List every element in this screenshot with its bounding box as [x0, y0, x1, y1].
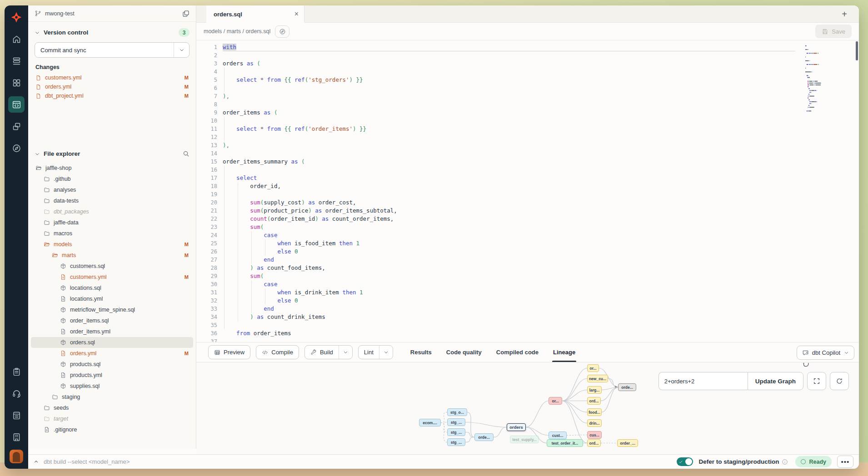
more-options-button[interactable]: •••: [837, 456, 853, 468]
change-item-customers.yml[interactable]: customers.yml M: [28, 73, 196, 82]
editor-scrollbar[interactable]: [856, 41, 858, 60]
view-lineage-button[interactable]: [275, 25, 289, 38]
tree-item-customers.yml[interactable]: customers.yml M: [31, 272, 193, 283]
explore-icon[interactable]: [8, 140, 25, 156]
lint-button[interactable]: Lint: [358, 345, 393, 359]
lineage-node-orders[interactable]: orders: [507, 423, 526, 431]
dbt-logo[interactable]: [8, 9, 25, 25]
lineage-node-yord[interactable]: ord...: [587, 397, 601, 405]
lineage-node-gorde[interactable]: orde...: [618, 383, 636, 391]
dbt-command-input[interactable]: [44, 458, 677, 465]
fullscreen-button[interactable]: [807, 372, 826, 390]
panel-tab-results[interactable]: Results: [410, 342, 432, 362]
lineage-node-yorder[interactable]: order_...: [617, 439, 638, 447]
search-icon[interactable]: [183, 150, 190, 157]
tree-item-customers.sql[interactable]: customers.sql: [31, 261, 193, 272]
status-badge[interactable]: Ready: [795, 456, 832, 467]
tree-item-analyses[interactable]: analyses: [31, 184, 193, 195]
lineage-node-yor[interactable]: or...: [587, 364, 599, 372]
new-tab-button[interactable]: +: [838, 8, 851, 20]
code-editor[interactable]: 1with 2 3orders as ( 4 5 select * from {…: [196, 40, 859, 342]
tree-item-products.sql[interactable]: products.sql: [31, 359, 193, 370]
lineage-node-ylarg[interactable]: larg...: [587, 386, 602, 394]
tree-item-supplies.sql[interactable]: supplies.sql: [31, 381, 193, 392]
lineage-node-ecom[interactable]: ecom....: [419, 419, 441, 426]
lineage-node-orp[interactable]: or...: [549, 397, 562, 405]
version-control-title: Version control: [44, 29, 179, 36]
docs-icon[interactable]: [8, 407, 25, 423]
lineage-node-stg1[interactable]: stg_o...: [447, 408, 467, 416]
tree-item-data-tests[interactable]: data-tests: [31, 195, 193, 206]
support-icon[interactable]: [8, 385, 25, 402]
info-icon[interactable]: [782, 459, 788, 465]
environments-icon[interactable]: [8, 53, 25, 69]
develop-icon[interactable]: [8, 96, 25, 113]
save-button[interactable]: Save: [815, 25, 852, 38]
lineage-node-testoi[interactable]: test_order_it...: [547, 439, 583, 447]
lineage-node-yfood[interactable]: food...: [587, 408, 602, 416]
version-control-header[interactable]: Version control 3: [28, 22, 196, 40]
commit-options-caret[interactable]: [174, 43, 189, 57]
compile-button[interactable]: Compile: [256, 345, 299, 359]
editor-minimap[interactable]: [804, 44, 833, 118]
projects-icon[interactable]: [8, 118, 25, 134]
tree-item-target[interactable]: target: [31, 413, 193, 424]
tree-item-marts[interactable]: marts M: [31, 250, 193, 261]
tree-item-order_items.yml[interactable]: order_items.yml: [31, 326, 193, 337]
lineage-node-orde[interactable]: orde...: [474, 433, 494, 441]
lint-options-caret[interactable]: [379, 346, 393, 359]
lineage-filter-input[interactable]: [658, 372, 748, 390]
panel-tab-lineage[interactable]: Lineage: [553, 342, 575, 362]
tree-item-order_items.sql[interactable]: order_items.sql: [31, 315, 193, 326]
tree-item-metricflow_time_spine.sql[interactable]: metricflow_time_spine.sql: [31, 304, 193, 315]
commit-and-sync-button[interactable]: Commit and sync: [35, 42, 190, 58]
tree-item-.gitignore[interactable]: .gitignore: [31, 424, 193, 435]
lineage-node-yord2[interactable]: ord...: [587, 439, 601, 447]
lineage-node-cust[interactable]: cust...: [549, 431, 567, 439]
lineage-node-stg2[interactable]: stg_...: [447, 418, 465, 426]
tree-item-seeds[interactable]: seeds: [31, 402, 193, 413]
code-line-13: 13),: [196, 141, 859, 149]
tab-orders-sql[interactable]: orders.sql ×: [206, 5, 304, 23]
branch-name[interactable]: mwong-test: [45, 10, 182, 17]
tree-item-locations.sql[interactable]: locations.sql: [31, 283, 193, 293]
tree-item-dbt_packages[interactable]: dbt_packages: [31, 206, 193, 217]
tree-item-orders.yml[interactable]: orders.yml M: [31, 348, 193, 359]
tree-item-locations.yml[interactable]: locations.yml: [31, 293, 193, 304]
change-item-orders.yml[interactable]: orders.yml M: [28, 82, 196, 91]
lineage-node-pcus[interactable]: cus...: [587, 431, 602, 439]
chevron-up-icon[interactable]: [28, 455, 44, 469]
tree-item-models[interactable]: models M: [31, 239, 193, 250]
panel-tab-code-quality[interactable]: Code quality: [446, 342, 482, 362]
defer-toggle[interactable]: [677, 457, 693, 466]
tree-item-jaffle-shop[interactable]: jaffle-shop: [31, 163, 193, 174]
build-button[interactable]: Build: [304, 345, 353, 359]
tasks-icon[interactable]: [8, 363, 25, 380]
panel-tab-compiled-code[interactable]: Compiled code: [496, 342, 539, 362]
dbt-copilot-button[interactable]: dbt Copilot: [797, 346, 854, 360]
update-graph-button[interactable]: Update Graph: [748, 372, 803, 390]
tree-item-products.yml[interactable]: products.yml: [31, 370, 193, 381]
build-options-caret[interactable]: [339, 346, 352, 359]
lineage-node-ydrin[interactable]: drin...: [587, 419, 602, 427]
refresh-button[interactable]: [830, 372, 849, 390]
organization-icon[interactable]: [8, 429, 25, 445]
lineage-node-stg4[interactable]: stg_...: [447, 438, 465, 446]
lineage-node-testsup[interactable]: test_supply...: [510, 436, 539, 443]
copy-branch-icon[interactable]: [182, 10, 190, 17]
preview-button[interactable]: Preview: [208, 345, 250, 359]
apps-icon[interactable]: [8, 74, 25, 91]
file-explorer-header[interactable]: File explorer: [28, 144, 196, 161]
tree-item-staging[interactable]: staging: [31, 392, 193, 402]
user-avatar[interactable]: [10, 450, 23, 463]
tree-item-jaffle-data[interactable]: jaffle-data: [31, 217, 193, 228]
lineage-node-ynew[interactable]: new_cu...: [587, 375, 608, 382]
tree-item-.github[interactable]: .github: [31, 174, 193, 184]
tree-item-macros[interactable]: macros: [31, 228, 193, 239]
home-icon[interactable]: [8, 31, 25, 47]
lineage-node-stg3[interactable]: stg_...: [447, 428, 465, 436]
close-icon[interactable]: ×: [294, 10, 299, 18]
change-item-dbt_project.yml[interactable]: dbt_project.yml M: [28, 91, 196, 100]
changes-label: Changes: [28, 62, 196, 73]
tree-item-orders.sql[interactable]: orders.sql: [31, 337, 193, 348]
